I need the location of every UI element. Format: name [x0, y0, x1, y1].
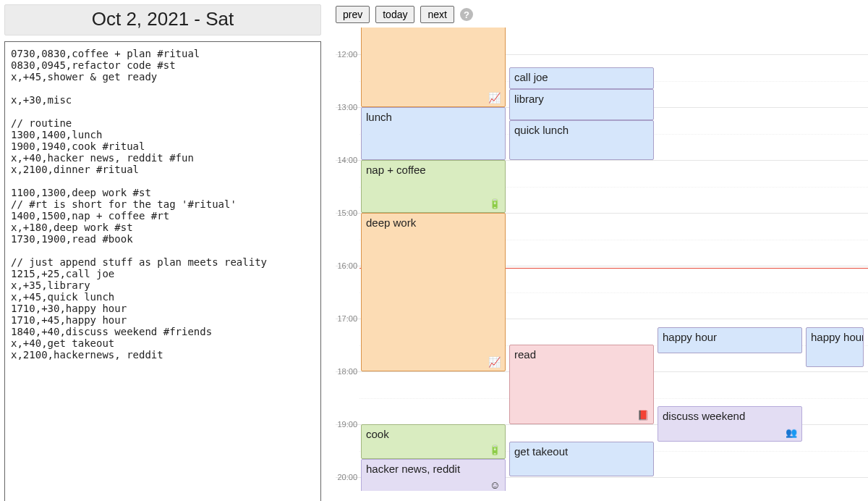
event-title: hacker news, reddit: [366, 463, 460, 475]
event-title: nap + coffee: [366, 164, 426, 176]
calendar-event[interactable]: cook: [361, 424, 506, 460]
smile-icon: [490, 479, 501, 491]
today-button[interactable]: today: [375, 6, 414, 23]
hour-label: 13:00: [336, 103, 357, 111]
calendar-event[interactable]: call joe: [509, 67, 654, 90]
event-title: read: [514, 348, 536, 361]
calendar-event[interactable]: quick lunch: [509, 120, 654, 160]
event-title: library: [514, 93, 544, 105]
battery-icon: [489, 444, 501, 455]
calendar-event[interactable]: happy hour: [806, 327, 864, 367]
event-title: quick lunch: [514, 124, 569, 136]
hour-label: 12:00: [336, 50, 357, 59]
calendar-toolbar: prev today next ?: [336, 6, 868, 23]
calendar-event[interactable]: read: [509, 345, 654, 424]
event-title: discuss weekend: [663, 410, 745, 422]
calendar-event[interactable]: deep work: [361, 28, 506, 107]
event-title: deep work: [366, 216, 416, 229]
hour-label: 19:00: [336, 420, 357, 429]
group-icon: [786, 426, 797, 438]
event-title: lunch: [366, 111, 392, 123]
event-title: cook: [366, 428, 389, 440]
event-title: happy hour: [811, 331, 864, 343]
chart-icon: [488, 356, 501, 368]
date-header: Oct 2, 2021 - Sat: [4, 4, 321, 35]
book-icon: [637, 409, 649, 421]
calendar-event[interactable]: deep work: [361, 213, 506, 371]
calendar-event[interactable]: lunch: [361, 107, 506, 160]
plan-text-input[interactable]: 0730,0830,coffee + plan #ritual 0830,094…: [4, 41, 321, 501]
help-icon[interactable]: ?: [460, 8, 473, 21]
calendar-event[interactable]: hacker news, reddit: [361, 459, 506, 491]
calendar-event[interactable]: nap + coffee: [361, 160, 506, 213]
chart-icon: [488, 92, 501, 104]
event-title: get takeout: [514, 445, 568, 458]
hour-label: 16:00: [336, 261, 357, 270]
battery-icon: [489, 198, 501, 209]
hour-label: 14:00: [336, 156, 357, 164]
calendar-event[interactable]: happy hour: [658, 327, 802, 354]
hour-label: 17:00: [336, 314, 357, 323]
hour-label: 20:00: [336, 473, 357, 481]
hour-label: 18:00: [336, 367, 357, 376]
calendar-event[interactable]: library: [509, 89, 654, 119]
event-title: call joe: [514, 71, 548, 83]
hour-label: 15:00: [336, 209, 357, 217]
next-button[interactable]: next: [420, 6, 454, 23]
calendar-event[interactable]: discuss weekend: [658, 406, 802, 441]
calendar-event[interactable]: get takeout: [509, 442, 654, 477]
calendar-area[interactable]: 12:0013:0014:0015:0016:0017:0018:0019:00…: [336, 28, 868, 491]
prev-button[interactable]: prev: [336, 6, 370, 23]
event-title: happy hour: [663, 331, 717, 343]
